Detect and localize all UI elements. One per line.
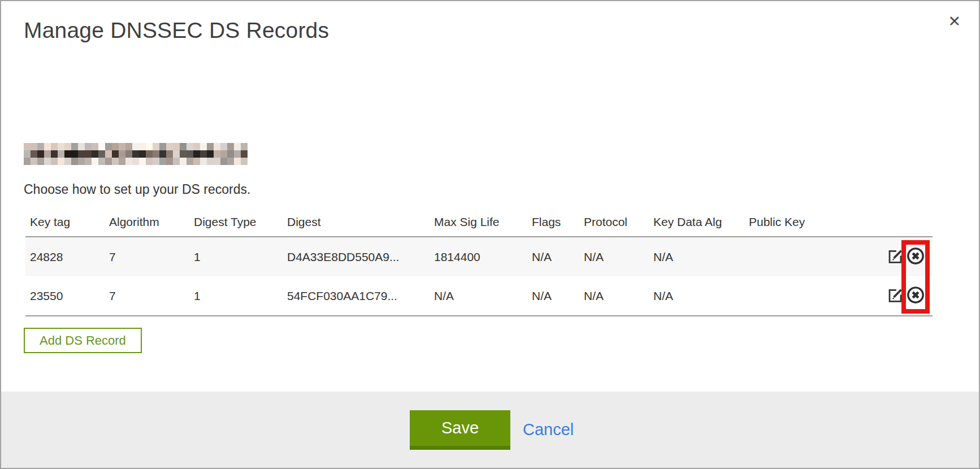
row-actions — [876, 276, 933, 316]
redaction-pixel — [31, 150, 37, 158]
redaction-pixel — [92, 150, 98, 158]
cell-protocol: N/A — [579, 276, 649, 316]
col-header-public-key: Public Key — [744, 207, 876, 237]
redaction-pixel — [78, 158, 85, 165]
redaction-pixel — [132, 150, 139, 158]
redaction-pixel — [44, 158, 51, 165]
redaction-pixel — [241, 143, 248, 150]
redaction-pixel — [105, 150, 112, 158]
redaction-pixel — [85, 150, 92, 158]
redaction-pixel — [220, 143, 227, 150]
cell-algorithm: 7 — [105, 276, 189, 316]
redaction-pixel — [173, 158, 180, 165]
cell-max-sig-life: 1814400 — [430, 237, 527, 276]
cell-algorithm: 7 — [105, 237, 189, 276]
redaction-pixel — [71, 143, 78, 150]
redaction-pixel — [139, 150, 146, 158]
add-ds-record-button[interactable]: Add DS Record — [24, 328, 142, 353]
cancel-link[interactable]: Cancel — [523, 420, 574, 439]
col-header-key-tag: Key tag — [25, 207, 105, 237]
redaction-pixel — [85, 143, 92, 150]
col-header-actions — [876, 207, 933, 237]
redaction-pixel — [58, 143, 64, 150]
edit-record-button[interactable] — [887, 286, 904, 305]
redaction-pixel — [64, 143, 71, 150]
redaction-pixel — [227, 158, 234, 165]
cell-key-tag: 24828 — [25, 237, 105, 276]
delete-record-button[interactable] — [906, 246, 925, 267]
edit-icon — [887, 286, 904, 305]
close-icon[interactable]: ✕ — [948, 14, 961, 29]
redaction-pixel — [227, 150, 234, 158]
redaction-pixel — [159, 158, 166, 165]
redaction-pixel — [214, 150, 220, 158]
col-header-algorithm: Algorithm — [105, 207, 189, 237]
redaction-pixel — [166, 150, 173, 158]
redaction-pixel — [241, 150, 248, 158]
redaction-pixel — [234, 158, 241, 165]
redaction-pixel — [58, 158, 64, 165]
redaction-pixel — [44, 143, 51, 150]
col-header-digest: Digest — [283, 207, 430, 237]
cell-flags: N/A — [527, 237, 579, 276]
redaction-pixel — [153, 150, 159, 158]
redaction-pixel — [105, 158, 112, 165]
redaction-pixel — [119, 150, 125, 158]
redaction-pixel — [220, 150, 227, 158]
col-header-flags: Flags — [527, 207, 579, 237]
redaction-pixel — [193, 150, 200, 158]
manage-dnssec-dialog: Manage DNSSEC DS Records ✕ Choose how to… — [0, 0, 980, 469]
redaction-pixel — [153, 158, 159, 165]
redaction-pixel — [139, 143, 146, 150]
redaction-pixel — [85, 158, 92, 165]
redaction-pixel — [200, 150, 207, 158]
redaction-pixel — [78, 150, 85, 158]
cell-key-data-alg: N/A — [649, 276, 744, 316]
redaction-pixel — [125, 158, 132, 165]
redaction-pixel — [98, 143, 105, 150]
redaction-pixel — [92, 158, 98, 165]
redaction-pixel — [234, 143, 241, 150]
redaction-pixel — [24, 150, 31, 158]
redaction-pixel — [193, 143, 200, 150]
redaction-pixel — [37, 143, 44, 150]
redaction-pixel — [112, 150, 119, 158]
row-actions — [876, 237, 933, 276]
redaction-pixel — [159, 150, 166, 158]
cell-public-key — [744, 237, 876, 276]
redaction-pixel — [64, 158, 71, 165]
col-header-key-data-alg: Key Data Alg — [649, 207, 744, 237]
save-button[interactable]: Save — [410, 410, 510, 450]
table-row: 24828 7 1 D4A33E8DD550A9... 1814400 N/A … — [25, 237, 933, 276]
redaction-pixel — [214, 143, 220, 150]
cell-key-data-alg: N/A — [649, 237, 744, 276]
page-title: Manage DNSSEC DS Records — [24, 18, 329, 43]
redaction-pixel — [44, 150, 51, 158]
redaction-pixel — [200, 158, 207, 165]
redaction-pixel — [180, 150, 187, 158]
redaction-pixel — [64, 150, 71, 158]
cell-protocol: N/A — [579, 237, 649, 276]
redaction-pixel — [92, 143, 98, 150]
instruction-text: Choose how to set up your DS records. — [24, 182, 250, 197]
circle-x-icon — [906, 285, 925, 306]
redaction-pixel — [132, 158, 139, 165]
circle-x-icon — [906, 246, 925, 267]
redaction-pixel — [31, 143, 37, 150]
redaction-pixel — [146, 150, 153, 158]
redaction-pixel — [193, 158, 200, 165]
redaction-pixel — [98, 158, 105, 165]
redaction-pixel — [146, 158, 153, 165]
redaction-pixel — [58, 150, 64, 158]
redaction-pixel — [119, 143, 125, 150]
redaction-pixel — [207, 143, 214, 150]
redaction-pixel — [173, 143, 180, 150]
redaction-pixel — [227, 143, 234, 150]
cell-digest-type: 1 — [189, 237, 283, 276]
table-row: 23550 7 1 54FCF030AA1C79... N/A N/A N/A … — [25, 276, 933, 316]
ds-records-table: Key tag Algorithm Digest Type Digest Max… — [25, 207, 933, 316]
edit-record-button[interactable] — [887, 247, 904, 266]
redaction-pixel — [187, 143, 193, 150]
cell-max-sig-life: N/A — [430, 276, 527, 316]
delete-record-button[interactable] — [906, 285, 925, 306]
